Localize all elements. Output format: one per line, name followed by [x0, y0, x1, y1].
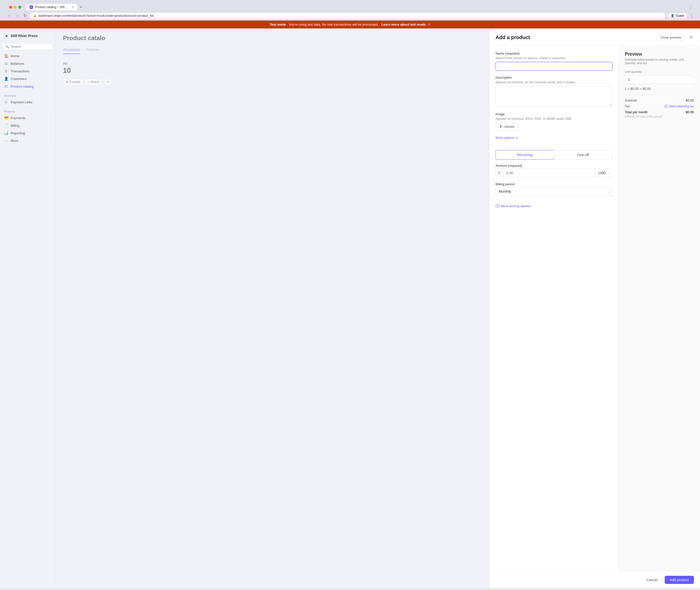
guest-button[interactable]: 👤 Guest	[667, 13, 687, 19]
test-mode-link[interactable]: Learn more about test mode	[381, 23, 426, 26]
traffic-light-close[interactable]	[9, 6, 12, 9]
upload-button[interactable]: ⬆ Upload	[496, 123, 518, 130]
sidebar-item-label: Transactions	[11, 69, 29, 73]
sidebar-item-label: Home	[11, 54, 19, 58]
subtotal-label: Subtotal	[625, 99, 637, 102]
sidebar-item-payment-links[interactable]: ⊙ Payment Links	[0, 98, 56, 106]
tab-favicon: S	[29, 5, 33, 9]
billing-period-label: Billing period	[496, 182, 612, 186]
sidebar-item-label: Payment Links	[11, 100, 32, 104]
product-name-input[interactable]	[496, 62, 612, 71]
one-off-button[interactable]: One-off	[554, 150, 613, 160]
browser-menu-icon[interactable]: ⋮	[688, 4, 694, 11]
total-value: $0.00	[686, 110, 694, 114]
billing-period-group: Billing period Monthly Daily Weekly Ever…	[496, 182, 612, 196]
reload-button[interactable]: ↻	[22, 12, 28, 19]
info-icon: ℹ	[665, 105, 668, 108]
sidebar-item-payments[interactable]: 💳 Payments ›	[0, 114, 56, 122]
add-product-panel: Add a product Close preview ✕ Name (requ…	[489, 28, 700, 588]
active-tab[interactable]: S Product catalog – Still River P ✕	[26, 4, 77, 10]
sidebar-item-balances[interactable]: ⊟ Balances	[0, 60, 56, 67]
billing-period-select-wrapper: Monthly Daily Weekly Every 3 months Ever…	[496, 187, 612, 196]
product-catalog-icon: 🏷	[4, 84, 8, 88]
guest-icon: 👤	[671, 14, 674, 17]
tab-close-icon[interactable]: ✕	[72, 6, 74, 9]
payments-icon: 💳	[4, 116, 8, 120]
amount-row: $ USD EUR GBP	[496, 169, 612, 177]
cancel-button[interactable]: Cancel	[642, 576, 662, 584]
traffic-light-minimize[interactable]	[14, 6, 17, 9]
shortcuts-section-title: Shortcuts	[0, 92, 56, 98]
home-icon: 🏠	[4, 54, 8, 58]
traffic-light-maximize[interactable]	[18, 6, 21, 9]
forward-button[interactable]: →	[14, 12, 20, 19]
sidebar-item-label: More	[11, 139, 18, 143]
address-bar: 🔒 dashboard.stripe.com/test/products?act…	[30, 13, 665, 19]
name-label: Name (required)	[496, 52, 612, 55]
total-label: Total per month	[625, 110, 648, 114]
reporting-icon: 📊	[4, 131, 8, 135]
test-banner: Test mode You're using test data. No rea…	[0, 20, 700, 28]
sidebar-item-label: Balances	[11, 62, 24, 66]
sidebar-item-label: Reporting	[11, 131, 25, 135]
payment-links-icon: ⊙	[4, 100, 8, 104]
transactions-icon: ⇅	[4, 69, 8, 73]
preview-title: Preview	[625, 52, 694, 57]
search-input[interactable]	[11, 45, 50, 48]
subtotal-row: Subtotal $0.00	[625, 99, 694, 102]
modal-title: Add a product	[496, 34, 530, 40]
products-section-title: Products	[0, 108, 56, 114]
preview-subtitle: Estimate totals based on pricing model, …	[625, 58, 694, 65]
lock-icon: 🔒	[33, 14, 37, 17]
upload-icon: ⬆	[499, 125, 502, 128]
amount-label: Amount (required)	[496, 164, 612, 168]
modal-overlay: Add a product Close preview ✕ Name (requ…	[56, 28, 700, 588]
currency-select-wrapper: USD EUR GBP	[596, 169, 612, 177]
new-tab-button[interactable]: +	[78, 5, 84, 10]
more-pricing-options-button[interactable]: ⚙ More pricing options	[496, 204, 531, 208]
sidebar-item-more[interactable]: ··· More ›	[0, 137, 56, 144]
chevron-down-icon: ›	[51, 131, 52, 134]
close-preview-button[interactable]: Close preview	[657, 34, 685, 41]
sidebar-item-home[interactable]: 🏠 Home	[0, 52, 56, 60]
subtotal-value: $0.00	[686, 99, 694, 102]
description-textarea[interactable]	[496, 86, 612, 106]
unit-quantity-input[interactable]	[625, 75, 694, 84]
sidebar-item-transactions[interactable]: ⇅ Transactions	[0, 67, 56, 75]
search-icon: 🔍	[5, 45, 9, 48]
preview-panel: Preview Estimate totals based on pricing…	[619, 45, 700, 572]
start-collecting-tax-button[interactable]: ℹ Start collecting tax	[665, 105, 694, 108]
image-label: Image	[496, 112, 612, 116]
chrome-menu-button[interactable]: ⋮	[689, 13, 694, 18]
recurring-button[interactable]: Recurring	[496, 150, 554, 160]
sidebar-item-customers[interactable]: 👤 Customers	[0, 75, 56, 83]
description-hint: Appears at checkout, on the customer por…	[496, 81, 612, 84]
billing-period-select[interactable]: Monthly Daily Weekly Every 3 months Ever…	[496, 187, 612, 196]
currency-select[interactable]: USD EUR GBP	[596, 169, 612, 177]
image-field-group: Image Appears at checkout. JPEG, PNG, or…	[496, 112, 612, 130]
currency-symbol: $	[496, 169, 503, 177]
balances-icon: ⊟	[4, 62, 8, 66]
guest-label: Guest	[676, 14, 684, 17]
more-options-button[interactable]: More options ∨	[496, 136, 518, 139]
company-name: Still River Press	[11, 34, 38, 38]
preview-calculation: 1 × $0.00 = $0.00	[625, 87, 694, 91]
sidebar-item-label: Product catalog	[11, 85, 33, 88]
sidebar-item-billing[interactable]: 📄 Billing ›	[0, 122, 56, 129]
add-product-button[interactable]: Add product	[665, 576, 694, 584]
sidebar: ⊞ Still River Press 🔍 🏠 Home ⊟ Balances …	[0, 28, 56, 588]
amount-input[interactable]	[503, 169, 596, 177]
back-button[interactable]: ←	[6, 12, 12, 19]
sidebar-item-reporting[interactable]: 📊 Reporting ›	[0, 129, 56, 137]
chevron-down-icon: ›	[51, 139, 52, 142]
pricing-type-toggle: Recurring One-off	[496, 150, 612, 160]
modal-header: Add a product Close preview ✕	[490, 28, 700, 45]
more-pricing-label: More pricing options	[501, 204, 531, 208]
name-field-group: Name (required) Name of the product or s…	[496, 52, 612, 71]
sidebar-logo: ⊞ Still River Press	[0, 31, 56, 42]
name-hint: Name of the product or service, visible …	[496, 57, 612, 60]
sidebar-item-label: Payments	[11, 116, 25, 120]
sidebar-item-product-catalog[interactable]: 🏷 Product catalog	[0, 83, 56, 90]
close-modal-button[interactable]: ✕	[688, 33, 694, 41]
tax-row: Tax ℹ Start collecting tax	[625, 104, 694, 108]
